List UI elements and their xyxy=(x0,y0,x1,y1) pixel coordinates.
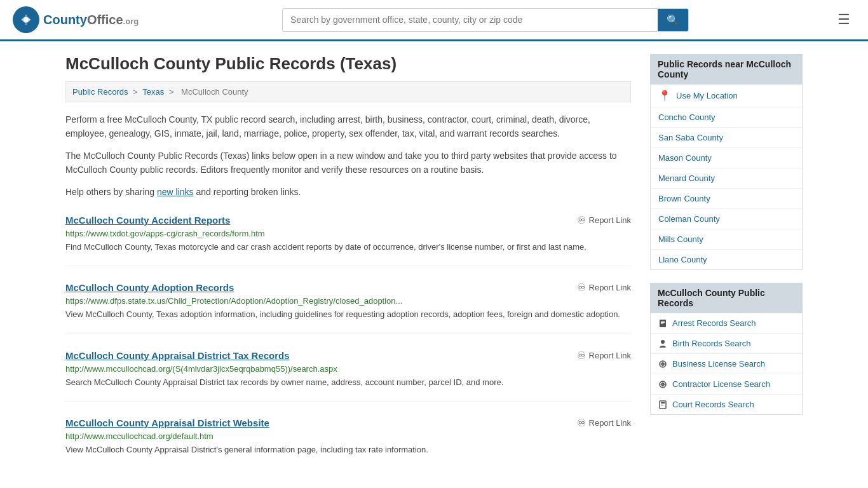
nearby-title-text: Public Records near McCulloch County xyxy=(658,59,791,79)
court-records-link[interactable]: Court Records Search xyxy=(651,395,802,414)
list-item-concho[interactable]: Concho County xyxy=(651,107,802,128)
list-item-mills[interactable]: Mills County xyxy=(651,229,802,250)
intro-paragraph-1: Perform a free McCulloch County, TX publ… xyxy=(65,112,631,141)
report-icon-adoption: ♾ xyxy=(577,281,586,294)
brown-county-label: Brown County xyxy=(658,194,710,203)
san-saba-county-link[interactable]: San Saba County xyxy=(651,128,802,147)
record-appraisal-tax-desc: Search McCulloch County Appraisal Distri… xyxy=(65,376,631,389)
record-appraisal-tax-title[interactable]: McCulloch County Appraisal District Tax … xyxy=(65,350,290,361)
menard-county-link[interactable]: Menard County xyxy=(651,168,802,188)
logo-text: CountyOffice.org xyxy=(43,13,139,27)
list-item-location[interactable]: 📍 Use My Location xyxy=(651,85,802,107)
record-accident-title[interactable]: McCulloch County Accident Reports xyxy=(65,215,230,226)
svg-point-6 xyxy=(661,340,665,344)
concho-county-link[interactable]: Concho County xyxy=(651,107,802,127)
intro3-suffix: and reporting broken links. xyxy=(194,187,301,197)
intro3-prefix: Help others by sharing xyxy=(65,187,157,197)
contractor-license-label: Contractor License Search xyxy=(672,379,770,389)
nearby-list: 📍 Use My Location Concho County San Saba… xyxy=(650,85,803,270)
arrest-records-label: Arrest Records Search xyxy=(672,318,756,328)
report-link-label-accident: Report Link xyxy=(589,215,631,225)
mills-county-link[interactable]: Mills County xyxy=(651,229,802,249)
svg-rect-4 xyxy=(661,322,665,323)
use-my-location-link[interactable]: 📍 Use My Location xyxy=(651,85,802,107)
new-links-link[interactable]: new links xyxy=(157,187,194,197)
list-item-contractor-license[interactable]: Contractor License Search xyxy=(651,374,802,395)
mills-county-label: Mills County xyxy=(658,234,703,244)
list-item-san-saba[interactable]: San Saba County xyxy=(651,128,802,148)
search-input[interactable] xyxy=(283,10,658,30)
record-adoption-url[interactable]: https://www.dfps.state.tx.us/Child_Prote… xyxy=(65,296,631,306)
record-adoption-desc: View McCulloch County, Texas adoption in… xyxy=(65,308,631,321)
svg-rect-18 xyxy=(661,405,663,405)
record-adoption-header: McCulloch County Adoption Records ♾ Repo… xyxy=(65,281,631,294)
coleman-county-link[interactable]: Coleman County xyxy=(651,209,802,229)
intro-paragraph-3: Help others by sharing new links and rep… xyxy=(65,185,631,199)
records-title-text: McCulloch County Public Records xyxy=(658,288,765,308)
record-appraisal-website-desc: View McCulloch County Appraisal District… xyxy=(65,444,631,456)
breadcrumb-texas[interactable]: Texas xyxy=(142,87,164,97)
list-item-business-license[interactable]: Business License Search xyxy=(651,354,802,374)
report-icon-appraisal-website: ♾ xyxy=(577,417,586,429)
breadcrumb-current: McCulloch County xyxy=(181,87,248,97)
content-area: McCulloch County Public Records (Texas) … xyxy=(65,54,631,469)
sidebar: Public Records near McCulloch County 📍 U… xyxy=(650,54,803,469)
report-link-appraisal-website[interactable]: ♾ Report Link xyxy=(577,417,631,429)
location-pin-icon: 📍 xyxy=(658,90,671,102)
svg-rect-3 xyxy=(661,321,665,322)
svg-rect-17 xyxy=(661,403,665,404)
mason-county-label: Mason County xyxy=(658,153,712,163)
list-item-brown[interactable]: Brown County xyxy=(651,189,802,209)
hamburger-icon: ☰ xyxy=(837,11,850,27)
business-license-label: Business License Search xyxy=(672,359,765,369)
arrest-records-icon xyxy=(658,319,667,328)
birth-records-icon xyxy=(658,339,667,348)
coleman-county-label: Coleman County xyxy=(658,214,720,224)
list-item-llano[interactable]: Llano County xyxy=(651,250,802,269)
court-records-label: Court Records Search xyxy=(672,400,754,409)
report-link-accident[interactable]: ♾ Report Link xyxy=(577,214,631,226)
record-appraisal-website: McCulloch County Appraisal District Webs… xyxy=(65,417,631,469)
list-item-mason[interactable]: Mason County xyxy=(651,148,802,168)
arrest-records-link[interactable]: Arrest Records Search xyxy=(651,313,802,333)
nearby-section: Public Records near McCulloch County 📍 U… xyxy=(650,54,803,270)
breadcrumb-public-records[interactable]: Public Records xyxy=(72,87,128,97)
contractor-license-icon xyxy=(658,380,667,389)
concho-county-label: Concho County xyxy=(658,112,715,122)
hamburger-menu-button[interactable]: ☰ xyxy=(832,9,855,30)
report-link-appraisal-tax[interactable]: ♾ Report Link xyxy=(577,349,631,362)
record-appraisal-website-header: McCulloch County Appraisal District Webs… xyxy=(65,417,631,429)
contractor-license-link[interactable]: Contractor License Search xyxy=(651,374,802,394)
report-link-label-appraisal-tax: Report Link xyxy=(589,351,631,360)
llano-county-link[interactable]: Llano County xyxy=(651,250,802,269)
business-license-icon xyxy=(658,360,667,369)
records-list: Arrest Records Search Birth Records Sear… xyxy=(650,313,803,415)
business-license-link[interactable]: Business License Search xyxy=(651,354,802,374)
record-accident-header: McCulloch County Accident Reports ♾ Repo… xyxy=(65,214,631,226)
record-appraisal-tax-url[interactable]: http://www.mccullochcad.org/(S(4mlvdar3j… xyxy=(65,364,631,374)
list-item-birth-records[interactable]: Birth Records Search xyxy=(651,334,802,354)
record-adoption-records: McCulloch County Adoption Records ♾ Repo… xyxy=(65,281,631,334)
mason-county-link[interactable]: Mason County xyxy=(651,148,802,168)
breadcrumb-separator-1: > xyxy=(133,87,140,97)
breadcrumb: Public Records > Texas > McCulloch Count… xyxy=(65,81,631,102)
list-item-court-records[interactable]: Court Records Search xyxy=(651,395,802,414)
report-link-adoption[interactable]: ♾ Report Link xyxy=(577,281,631,294)
report-link-label-appraisal-website: Report Link xyxy=(589,418,631,428)
menard-county-label: Menard County xyxy=(658,173,715,183)
list-item-menard[interactable]: Menard County xyxy=(651,168,802,189)
search-button[interactable]: 🔍 xyxy=(658,9,688,31)
record-adoption-title[interactable]: McCulloch County Adoption Records xyxy=(65,282,234,293)
record-appraisal-website-url[interactable]: http://www.mccullochcad.org/default.htm xyxy=(65,431,631,441)
list-item-coleman[interactable]: Coleman County xyxy=(651,209,802,229)
intro-paragraph-2: The McCulloch County Public Records (Tex… xyxy=(65,149,631,177)
brown-county-link[interactable]: Brown County xyxy=(651,189,802,208)
birth-records-link[interactable]: Birth Records Search xyxy=(651,334,802,353)
record-appraisal-website-title[interactable]: McCulloch County Appraisal District Webs… xyxy=(65,417,269,428)
search-icon: 🔍 xyxy=(667,15,679,25)
list-item-arrest-records[interactable]: Arrest Records Search xyxy=(651,313,802,334)
svg-rect-5 xyxy=(661,323,663,324)
record-accident-desc: Find McCulloch County, Texas motorcycle … xyxy=(65,241,631,254)
record-accident-url[interactable]: https://www.txdot.gov/apps-cg/crash_reco… xyxy=(65,229,631,238)
breadcrumb-separator-2: > xyxy=(169,87,176,97)
